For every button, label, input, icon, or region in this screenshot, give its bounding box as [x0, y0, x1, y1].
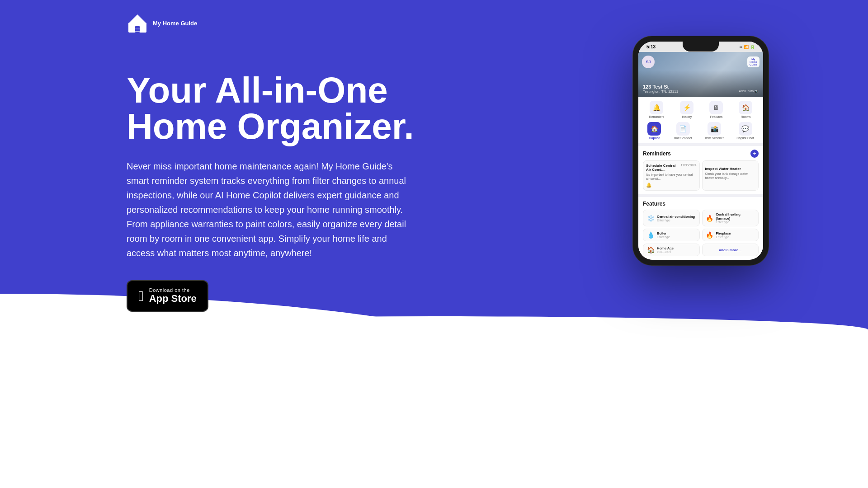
boiler-sub: Enter type [657, 235, 670, 239]
copilot-chat-icon: 💬 [739, 122, 752, 136]
wifi-icon: 📶 [744, 45, 749, 49]
home-header-image: SJ MyHomeGuide 123 Test St Testington, T… [638, 52, 763, 97]
home-address: 123 Test St Testington, TN, 12111 Add Ph… [643, 84, 759, 94]
signal-icon: ▪▪ [740, 45, 742, 49]
status-time: 5:13 [646, 44, 656, 49]
nav-row-1: 🔔 Reminders ⚡ History 🖥 Features 🏠 Rooms [638, 97, 763, 120]
feature-card-boiler[interactable]: 💧 Boiler Enter type [643, 229, 700, 241]
feature-card-ac[interactable]: ❄️ Central air conditioning Enter type [643, 210, 700, 226]
copilot-chat-label: Copilot Chat [736, 136, 754, 140]
app-store-button[interactable]:  Download on the App Store [127, 280, 208, 312]
home-age-icon: 🏠 [646, 246, 655, 253]
feature-card-fireplace[interactable]: 🔥 Fireplace Enter type [702, 229, 759, 241]
heating-icon: 🔥 [706, 215, 714, 222]
home-age-name: Home Age [657, 246, 674, 250]
reminder-card-1: Schedule Central Air Cond.... 11/30/2024… [643, 160, 700, 191]
reminder-2-title: Inspect Water Heater [705, 167, 741, 171]
svg-marker-1 [128, 14, 146, 23]
nav-history[interactable]: ⚡ History [680, 101, 693, 118]
item-scanner-icon: 📸 [708, 122, 721, 136]
heating-sub: Enter type [716, 221, 755, 224]
add-photo-label[interactable]: Add Photo 📷 [739, 89, 759, 94]
header: My Home Guide [127, 13, 197, 34]
item-scanner-label: Item Scanner [705, 136, 724, 140]
phone-outer: 5:13 ▪▪ 📶 🔋 SJ MyHomeGuide 123 T [633, 36, 769, 265]
hero-title: Your All-in-One Home Organizer. [127, 72, 434, 145]
reminder-2-desc: Check your tank storage water heater ann… [705, 172, 756, 180]
feature-more-label: and 8 more... [719, 248, 741, 252]
hero-description: Never miss important home maintenance ag… [127, 159, 416, 260]
ac-name: Central air conditioning [657, 215, 695, 219]
home-street: 123 Test St [643, 84, 759, 89]
status-icons: ▪▪ 📶 🔋 [740, 45, 755, 49]
copilot-icon: 🏠 [647, 122, 661, 136]
nav-features[interactable]: 🖥 Features [709, 101, 723, 118]
ac-text: Central air conditioning Enter type [657, 215, 695, 222]
svg-rect-4 [128, 28, 146, 29]
heating-name: Central heating (furnace) [716, 212, 755, 221]
history-icon: ⚡ [680, 101, 693, 114]
phone-notch [683, 42, 719, 52]
home-age-sub: 1980-1999 [657, 250, 674, 253]
doc-scanner-icon: 📄 [676, 122, 690, 136]
download-on-label: Download on the [149, 287, 197, 293]
reminders-section-title: Reminders [643, 150, 671, 157]
features-grid: ❄️ Central air conditioning Enter type 🔥… [643, 210, 759, 256]
reminder-1-desc: It's important to have your central air … [646, 173, 697, 181]
copilot-label: Copilot [649, 136, 660, 140]
home-age-text: Home Age 1980-1999 [657, 246, 674, 253]
phone-mockup: 5:13 ▪▪ 📶 🔋 SJ MyHomeGuide 123 T [633, 36, 769, 265]
app-store-button-text: Download on the App Store [149, 287, 197, 305]
doc-scanner-label: Doc Scanner [674, 136, 692, 140]
reminder-1-bell-icon: 🔔 [646, 183, 697, 188]
nav-copilot-chat[interactable]: 💬 Copilot Chat [736, 122, 754, 140]
reminder-1-date: 11/30/2024 [680, 164, 696, 167]
logo-icon [127, 13, 148, 34]
phone-screen: 5:13 ▪▪ 📶 🔋 SJ MyHomeGuide 123 T [638, 42, 763, 260]
rooms-label: Rooms [741, 115, 750, 118]
fireplace-icon: 🔥 [706, 231, 714, 239]
apple-icon:  [138, 289, 144, 303]
reminders-add-button[interactable]: + [750, 150, 759, 158]
logo-text: My Home Guide [153, 20, 197, 28]
boiler-name: Boiler [657, 231, 670, 235]
nav-doc-scanner[interactable]: 📄 Doc Scanner [674, 122, 692, 140]
ac-icon: ❄️ [646, 215, 655, 222]
svg-rect-3 [128, 31, 146, 32]
heating-text: Central heating (furnace) Enter type [716, 212, 755, 224]
nav-row-2: 🏠 Copilot 📄 Doc Scanner 📸 Item Scanner 💬… [638, 120, 763, 143]
reminder-card-2: Inspect Water Heater Check your tank sto… [702, 160, 759, 191]
home-city: Testington, TN, 12111 Add Photo 📷 [643, 89, 759, 94]
feature-card-more[interactable]: and 8 more... [702, 244, 759, 256]
store-name-label: App Store [149, 293, 197, 305]
reminder-1-title: Schedule Central Air Cond.... [646, 164, 680, 172]
reminders-icon: 🔔 [650, 101, 663, 114]
nav-item-scanner[interactable]: 📸 Item Scanner [705, 122, 724, 140]
page-content: My Home Guide Your All-in-One Home Organ… [0, 0, 868, 488]
nav-rooms[interactable]: 🏠 Rooms [739, 101, 752, 118]
feature-card-home-age[interactable]: 🏠 Home Age 1980-1999 [643, 244, 700, 256]
rooms-icon: 🏠 [739, 101, 752, 114]
boiler-text: Boiler Enter type [657, 231, 670, 239]
features-header: Features [643, 201, 759, 207]
ac-sub: Enter type [657, 219, 695, 222]
fireplace-name: Fireplace [716, 231, 731, 235]
fireplace-text: Fireplace Enter type [716, 231, 731, 239]
reminders-header: Reminders + [643, 150, 759, 158]
mhg-logo-small: MyHomeGuide [747, 56, 760, 67]
reminders-section: Reminders + Schedule Central Air Cond...… [638, 146, 763, 194]
nav-reminders[interactable]: 🔔 Reminders [649, 101, 665, 118]
nav-copilot[interactable]: 🏠 Copilot [647, 122, 661, 140]
battery-icon: 🔋 [750, 45, 755, 49]
reminders-grid: Schedule Central Air Cond.... 11/30/2024… [643, 160, 759, 191]
feature-card-heating[interactable]: 🔥 Central heating (furnace) Enter type [702, 210, 759, 226]
hero-section: Your All-in-One Home Organizer. Never mi… [127, 72, 434, 312]
reminders-label: Reminders [649, 115, 665, 118]
features-label: Features [710, 115, 723, 118]
history-label: History [682, 115, 692, 118]
fireplace-sub: Enter type [716, 235, 731, 239]
boiler-icon: 💧 [646, 231, 655, 239]
features-icon: 🖥 [709, 101, 723, 114]
avatar: SJ [642, 56, 655, 68]
home-top-row: SJ MyHomeGuide [642, 56, 760, 68]
